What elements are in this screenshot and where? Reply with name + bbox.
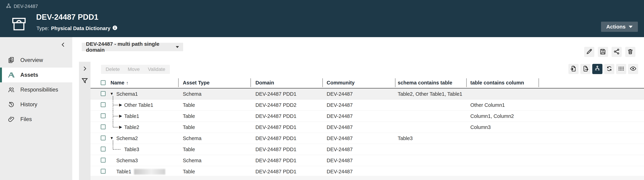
info-icon[interactable] [112,25,117,32]
sidebar-item-assets[interactable]: Assets [0,68,72,82]
table-row[interactable]: ▼Schema2SchemaDEV-24487 PDD1DEV-24487Tab… [90,133,644,144]
table-row[interactable]: Schema3SchemaDEV-24487 PDD1DEV-24487 [90,155,644,166]
cell-domain: DEV-24487 PDD1 [256,169,296,174]
cell-value: Table [183,124,195,130]
sidebar-item-history[interactable]: History [0,97,72,112]
app-window: DEV-24487 DEV-24487 PDD1 Type: Physical … [0,0,644,180]
cell-name[interactable]: Table2 [124,124,139,130]
filter-icon[interactable] [81,77,88,85]
move-button[interactable]: Move [123,65,144,74]
column-separator[interactable] [395,78,396,87]
sidebar-item-responsibilities[interactable]: Responsibilities [0,82,72,97]
cell-schema_contains_table: Table2, Other Table1, Table1 [398,91,462,97]
column-label: Asset Type [183,80,210,85]
cell-name[interactable]: Schema3 [116,158,138,163]
asset-type-line: Type: Physical Data Dictionary [36,25,117,32]
cell-asset_type: Schema [183,158,202,163]
row-checkbox[interactable] [101,169,106,174]
view-selector[interactable]: DEV-24487 - multi path single domain [82,43,183,51]
refresh-button[interactable] [604,64,614,74]
cell-value: DEV-24487 [327,135,352,141]
cell-value: DEV-24487 PDD1 [256,113,296,119]
cell-name[interactable]: Table1 [124,113,139,119]
paperclip-icon [7,116,15,123]
cell-name[interactable]: Schema2 [116,135,138,141]
cell-value: Table [183,102,195,108]
cell-name[interactable]: Table3 [124,147,139,152]
cell-value: DEV-24487 PDD1 [256,169,296,174]
column-label: table contains column [470,80,524,85]
breadcrumb[interactable]: DEV-24487 [6,3,38,10]
row-checkbox[interactable] [101,135,106,140]
cell-value: DEV-24487 PDD1 [256,158,296,163]
table-row[interactable]: Table1TableDEV-24487 PDD1DEV-24487 [90,166,644,177]
column-separator[interactable] [322,78,323,87]
expand-panel-icon[interactable] [82,66,88,72]
table-row[interactable]: ▶Other Table1TableDEV-24487 PDD2DEV-2448… [90,100,644,111]
select-all-checkbox[interactable] [101,80,106,85]
cell-name[interactable]: Table1 [116,169,165,174]
cell-asset_type: Schema [183,135,202,141]
cell-name[interactable]: Schema1 [116,91,138,97]
export-button[interactable] [580,64,590,74]
column-header-schema_contains_table[interactable]: schema contains table [398,80,452,86]
delete-button[interactable]: Delete [101,65,124,74]
tree-connector [113,127,118,127]
tree-connector [113,149,120,150]
column-separator[interactable] [250,78,251,87]
column-label: Community [327,80,355,85]
cell-community: DEV-24487 [327,91,352,97]
cell-table_contains_column: Other Column1 [470,102,505,108]
edit-button[interactable] [584,47,594,57]
cell-value: DEV-24487 [327,113,352,119]
table-row[interactable]: ▶Table2TableDEV-24487 PDD1DEV-24487Colum… [90,122,644,133]
asset-name: Other Table1 [124,102,153,108]
sidebar-collapse-icon[interactable] [60,42,66,48]
eye-button[interactable] [628,64,638,74]
column-label: Domain [256,80,274,85]
column-separator[interactable] [178,78,178,87]
column-header-domain[interactable]: Domain [256,80,274,86]
delete-button[interactable] [625,47,636,57]
row-checkbox[interactable] [101,113,106,118]
grid-button[interactable] [616,64,626,74]
row-checkbox[interactable] [101,124,106,129]
row-checkbox[interactable] [101,102,106,107]
collapse-icon[interactable]: ▼ [110,92,114,96]
top-header: DEV-24487 DEV-24487 PDD1 Type: Physical … [0,0,644,37]
table-footer [90,176,644,180]
cell-community: DEV-24487 [327,102,352,108]
actions-button[interactable]: Actions [601,22,638,32]
sidebar-item-overview[interactable]: Overview [0,53,72,68]
column-header-community[interactable]: Community [327,80,355,86]
table-row[interactable]: ▶Table1TableDEV-24487 PDD1DEV-24487Colum… [90,111,644,122]
cell-name[interactable]: Other Table1 [124,102,153,108]
sort-asc-icon: ↑ [126,80,128,85]
cell-domain: DEV-24487 PDD1 [256,91,296,97]
column-header-asset_type[interactable]: Asset Type [183,80,210,86]
column-separator[interactable] [538,78,539,87]
cell-value: DEV-24487 PDD2 [256,102,296,108]
cell-value: DEV-24487 [327,147,352,152]
share-button[interactable] [612,47,622,57]
chevron-down-icon [629,26,632,28]
table-row[interactable]: Table3TableDEV-24487 PDD1DEV-24487 [90,144,644,155]
cell-domain: DEV-24487 PDD1 [256,113,296,119]
sidebar-item-files[interactable]: Files [0,112,72,127]
table-body: ▼Schema1SchemaDEV-24487 PDD1DEV-24487Tab… [90,88,644,177]
column-separator[interactable] [466,78,467,87]
table-header: Name↑Asset TypeDomainCommunityschema con… [90,77,644,88]
cell-value: Table [183,169,195,174]
hierarchy-button[interactable] [592,64,602,74]
validate-button[interactable]: Validate [143,65,170,74]
table-row[interactable]: ▼Schema1SchemaDEV-24487 PDD1DEV-24487Tab… [90,88,644,100]
row-checkbox[interactable] [101,147,106,151]
collapse-icon[interactable]: ▼ [110,136,114,140]
column-header-table_contains_column[interactable]: table contains column [470,80,524,86]
row-checkbox[interactable] [101,158,106,163]
save-button[interactable] [598,47,608,57]
import-button[interactable] [568,64,578,74]
column-header-name[interactable]: Name↑ [110,80,128,86]
tree-connector [113,140,113,144]
row-checkbox[interactable] [101,91,106,96]
